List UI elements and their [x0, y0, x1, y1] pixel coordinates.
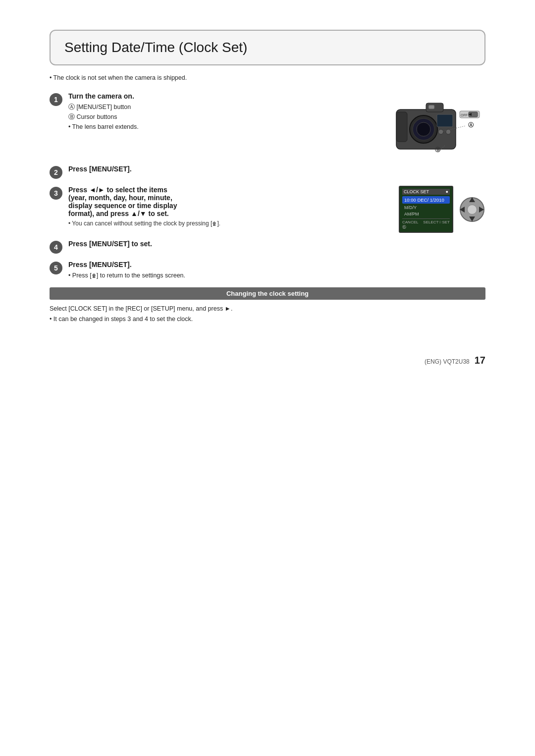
note-line: • The clock is not set when the camera i… [50, 74, 485, 81]
step-1-content: Turn the camera on. Ⓐ [MENU/SET] button … [68, 92, 385, 132]
lcd-row-ampm: AM/PM [402, 211, 450, 217]
svg-rect-7 [437, 114, 453, 127]
step-4-content: Press [MENU/SET] to set. [68, 240, 485, 250]
lcd-title-row: CLOCK SET ● [402, 189, 450, 195]
step-5-main: Press [MENU/SET]. [68, 261, 485, 269]
lcd-title-left: CLOCK SET [404, 189, 429, 194]
svg-rect-6 [428, 105, 434, 109]
step-2-content: Press [MENU/SET]. [68, 165, 485, 175]
changing-line-2: • It can be changed in steps 3 and 4 to … [50, 314, 485, 324]
camera-illustration: OFF ON Ⓐ Ⓑ [391, 92, 485, 158]
footer-page-number: 17 [475, 355, 485, 366]
camera-svg: OFF ON Ⓐ Ⓑ [391, 92, 485, 157]
step-5-row: 5 Press [MENU/SET]. • Press [🗑] to retur… [50, 261, 485, 280]
changing-note: Select [CLOCK SET] in the [REC] or [SETU… [50, 304, 485, 325]
page-title: Setting Date/Time (Clock Set) [64, 40, 471, 55]
step-1-main: Turn the camera on. [68, 92, 385, 100]
step-4-row: 4 Press [MENU/SET] to set. [50, 240, 485, 254]
lcd-set: SELECT☆SET [423, 220, 450, 230]
changing-section-title: Changing the clock setting [50, 287, 485, 300]
dpad [458, 196, 485, 223]
svg-point-4 [417, 122, 430, 136]
dpad-up-arrow [469, 197, 475, 202]
lcd-highlighted-row: 10:00 DEC/ 1/2010 [402, 196, 450, 204]
changing-line-1: Select [CLOCK SET] in the [REC] or [SETU… [50, 304, 485, 314]
step-3-main: Press ◄/► to select the items(year, mont… [68, 186, 393, 217]
step-3-cancel-note: • You can cancel without setting the clo… [68, 220, 393, 227]
step-2-badge: 2 [50, 166, 62, 179]
lcd-title-right: ● [446, 189, 448, 194]
step-4-badge: 4 [50, 241, 62, 254]
step-1-sub: Ⓐ [MENU/SET] button Ⓑ Cursor buttons • T… [68, 102, 385, 132]
step-1-row: 1 Turn the camera on. Ⓐ [MENU/SET] butto… [50, 92, 485, 158]
step-1-left: 1 Turn the camera on. Ⓐ [MENU/SET] butto… [50, 92, 385, 132]
step-5-content: Press [MENU/SET]. • Press [🗑] to return … [68, 261, 485, 280]
step-5-badge: 5 [50, 262, 62, 274]
step-1-sub-c: • The lens barrel extends. [68, 122, 385, 132]
step-4-main: Press [MENU/SET] to set. [68, 240, 485, 248]
step-3-row: 3 Press ◄/► to select the items(year, mo… [50, 186, 485, 233]
dpad-left-arrow [460, 207, 465, 213]
dpad-down-arrow [469, 216, 475, 221]
step-3-left: 3 Press ◄/► to select the items(year, mo… [50, 186, 393, 232]
footer: (ENG) VQT2U38 17 [50, 355, 485, 366]
step-3-content: Press ◄/► to select the items(year, mont… [68, 186, 393, 232]
svg-text:Ⓐ: Ⓐ [468, 122, 474, 128]
step-1-sub-a: Ⓐ [MENU/SET] button [68, 102, 385, 112]
page-title-box: Setting Date/Time (Clock Set) [50, 30, 485, 65]
lcd-bottom-row: CANCEL ⑮ SELECT☆SET [402, 218, 450, 230]
step-1-sub-b: Ⓑ Cursor buttons [68, 112, 385, 122]
step-1-badge: 1 [50, 93, 62, 106]
dpad-center [467, 205, 477, 215]
lcd-screen: CLOCK SET ● 10:00 DEC/ 1/2010 M/D/Y AM/P… [399, 186, 453, 233]
svg-rect-1 [396, 112, 407, 142]
svg-point-9 [446, 129, 451, 134]
step-2-row: 2 Press [MENU/SET]. [50, 165, 485, 179]
step-5-sub: • Press [🗑] to return to the settings sc… [68, 270, 485, 280]
step-2-main: Press [MENU/SET]. [68, 165, 485, 173]
lcd-cancel: CANCEL ⑮ [402, 220, 423, 230]
step-3-illustration: CLOCK SET ● 10:00 DEC/ 1/2010 M/D/Y AM/P… [399, 186, 485, 233]
dpad-right-arrow [479, 207, 484, 213]
lcd-row-mdy: M/D/Y [402, 205, 450, 211]
step-3-badge: 3 [50, 187, 62, 200]
footer-code: (ENG) VQT2U38 [425, 358, 470, 365]
